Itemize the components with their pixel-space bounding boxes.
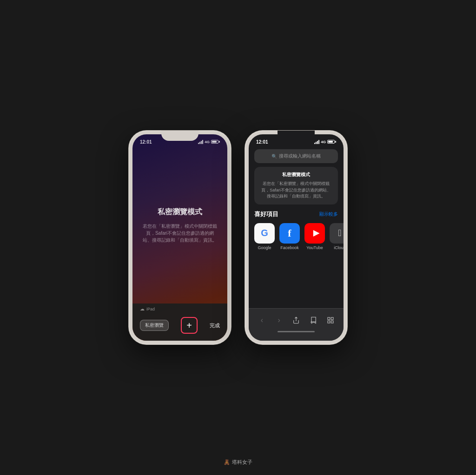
search-bar[interactable]: 🔍 搜尋或輸入網站名稱 bbox=[254, 149, 338, 163]
battery-right bbox=[327, 140, 336, 144]
svg-rect-5 bbox=[328, 321, 330, 323]
favorite-google[interactable]: G Google bbox=[254, 223, 275, 250]
left-phone-screen: 12:01 4G 私密瀏覽模式 bbox=[132, 134, 227, 341]
icloud-label: iCloud bbox=[334, 245, 344, 250]
right-phone: 12:01 4G 🔍 bbox=[245, 131, 347, 344]
status-icons-left: 4G bbox=[198, 140, 220, 144]
favorites-title: 喜好項目 bbox=[254, 210, 278, 218]
search-icon: 🔍 bbox=[271, 154, 277, 159]
favorite-facebook[interactable]: f Facebook bbox=[279, 223, 300, 250]
show-more-button[interactable]: 顯示較多 bbox=[319, 211, 338, 218]
right-phone-screen: 12:01 4G 🔍 bbox=[249, 134, 344, 341]
left-phone: 12:01 4G 私密瀏覽模式 bbox=[129, 131, 231, 344]
network-type-right: 4G bbox=[321, 140, 326, 144]
ipad-text: iPad bbox=[146, 307, 155, 311]
signal-bars-left bbox=[198, 140, 203, 144]
private-info-desc: 若您在「私密瀏覽」模式中關閉標籤頁，Safari不會記住您參訪過的網站、搜尋記錄… bbox=[261, 181, 331, 200]
google-label: Google bbox=[258, 245, 271, 250]
share-button[interactable] bbox=[289, 313, 303, 327]
battery-left bbox=[211, 140, 220, 144]
bottom-toolbar-right: ‹ › bbox=[249, 308, 344, 341]
svg-rect-3 bbox=[331, 317, 333, 320]
watermark-text: 塔科女子 bbox=[232, 459, 252, 465]
youtube-play-icon bbox=[309, 229, 321, 238]
bottom-toolbar-left: ☁ iPad 私密瀏覽 + 完成 bbox=[132, 303, 227, 341]
notch-right bbox=[278, 131, 315, 141]
favorite-youtube[interactable]: YouTube bbox=[304, 223, 325, 250]
time-right: 12:01 bbox=[256, 139, 268, 145]
done-button[interactable]: 完成 bbox=[210, 322, 220, 329]
home-indicator-right bbox=[278, 331, 315, 332]
favorites-section: 喜好項目 顯示較多 G Google f bbox=[249, 210, 344, 250]
watermark-emoji: 🧸 bbox=[224, 459, 231, 465]
youtube-label: YouTube bbox=[306, 245, 323, 250]
tabs-button[interactable] bbox=[324, 313, 337, 327]
cloud-icon: ☁ bbox=[140, 306, 145, 311]
svg-rect-2 bbox=[328, 317, 330, 320]
favorite-icloud[interactable]:  iCloud bbox=[330, 223, 344, 250]
add-tab-button[interactable]: + bbox=[181, 317, 198, 334]
private-mode-desc: 若您在「私密瀏覽」模式中關閉標籤頁，Safari不會記住您參訪過的網站、搜尋記錄… bbox=[142, 223, 218, 244]
youtube-icon bbox=[304, 223, 325, 244]
forward-button[interactable]: › bbox=[272, 313, 286, 327]
private-mode-content: 私密瀏覽模式 若您在「私密瀏覽」模式中關閉標籤頁，Safari不會記住您參訪過的… bbox=[132, 147, 227, 303]
watermark: 🧸 塔科女子 bbox=[224, 459, 252, 466]
google-icon: G bbox=[254, 223, 275, 244]
svg-rect-4 bbox=[331, 321, 333, 323]
private-mode-title: 私密瀏覽模式 bbox=[158, 207, 202, 217]
ipad-label: ☁ iPad bbox=[132, 303, 227, 312]
svg-marker-0 bbox=[313, 230, 320, 237]
time-left: 12:01 bbox=[140, 139, 152, 145]
search-placeholder: 搜尋或輸入網站名稱 bbox=[279, 153, 321, 159]
toolbar-nav-right: ‹ › bbox=[249, 309, 344, 329]
network-type-left: 4G bbox=[205, 140, 210, 144]
toolbar-items-left: 私密瀏覽 + 完成 bbox=[132, 312, 227, 338]
favorites-header: 喜好項目 顯示較多 bbox=[254, 210, 338, 218]
phones-container: 12:01 4G 私密瀏覽模式 bbox=[129, 131, 347, 344]
private-info-box: 私密瀏覽模式 若您在「私密瀏覽」模式中關閉標籤頁，Safari不會記住您參訪過的… bbox=[254, 167, 338, 205]
signal-bars-right bbox=[314, 140, 319, 144]
favorites-grid: G Google f Facebook bbox=[254, 223, 338, 250]
facebook-icon: f bbox=[279, 223, 300, 244]
back-button[interactable]: ‹ bbox=[255, 313, 269, 327]
bookmarks-button[interactable] bbox=[306, 313, 320, 327]
notch-left bbox=[161, 131, 198, 141]
facebook-label: Facebook bbox=[280, 245, 299, 250]
status-icons-right: 4G bbox=[314, 140, 336, 144]
private-tab-button[interactable]: 私密瀏覽 bbox=[140, 320, 169, 331]
private-info-title: 私密瀏覽模式 bbox=[261, 172, 331, 178]
add-button-wrapper: + bbox=[181, 317, 198, 334]
icloud-icon:  bbox=[330, 223, 344, 244]
